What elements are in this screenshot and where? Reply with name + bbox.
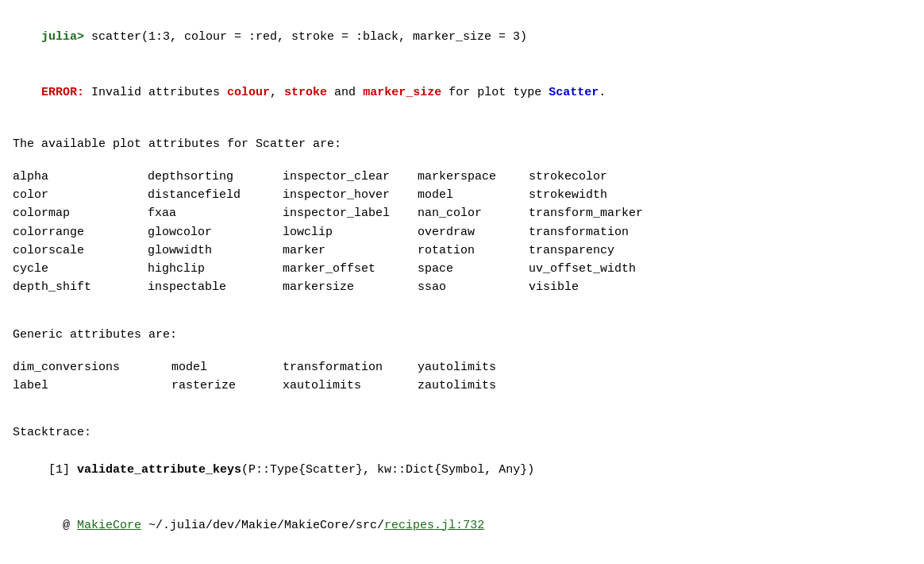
attr-markersize: markersize xyxy=(283,278,418,296)
scatter-attrs-row-6: depth_shift inspectable markersize ssao … xyxy=(13,278,911,296)
attr-colormap: colormap xyxy=(13,204,148,222)
attr-colorscale: colorscale xyxy=(13,241,148,260)
attr-glowwidth: glowwidth xyxy=(148,241,283,260)
attr-ssao: ssao xyxy=(418,278,529,296)
attr-inspector-label: inspector_label xyxy=(283,204,418,222)
stacktrace-entry2: [2] Scatter{…}(kw::Dict{…}, args::Vector… xyxy=(13,553,911,564)
attr-transparency: transparency xyxy=(529,241,687,260)
error-type: Scatter xyxy=(549,86,599,99)
generic-attr-zautolimits: zautolimits xyxy=(418,377,552,395)
stacktrace-at-text: @ xyxy=(41,519,77,532)
attr-nan-color: nan_color xyxy=(418,204,529,222)
julia-prompt: julia> xyxy=(41,30,84,44)
attr-glowcolor: glowcolor xyxy=(148,223,283,241)
generic-attrs-table: dim_conversions model transformation yau… xyxy=(13,358,911,396)
generic-attrs-row-0: dim_conversions model transformation yau… xyxy=(13,358,911,377)
prompt-command: scatter(1:3, colour = :red, stroke = :bl… xyxy=(84,30,527,44)
attr-distancefield: distancefield xyxy=(148,186,283,204)
generic-attrs-row-1: label rasterize xautolimits zautolimits xyxy=(13,377,911,395)
scatter-attrs-table: alpha depthsorting inspector_clear marke… xyxy=(13,168,911,297)
generic-attr-model: model xyxy=(171,358,283,377)
error-sep1: , xyxy=(270,86,284,99)
stacktrace-entry1-at: @ MakieCore ~/.julia/dev/Makie/MakieCore… xyxy=(13,497,911,553)
error-line: ERROR: Invalid attributes colour, stroke… xyxy=(13,65,911,121)
attr-fxaa: fxaa xyxy=(148,204,283,222)
scatter-attrs-row-0: alpha depthsorting inspector_clear marke… xyxy=(13,168,911,186)
generic-attr-yautolimits: yautolimits xyxy=(418,358,552,377)
attr-model: model xyxy=(418,186,529,204)
generic-attr-label: label xyxy=(13,377,171,395)
attr-inspectable: inspectable xyxy=(148,278,283,296)
generic-attr-transformation: transformation xyxy=(283,358,418,377)
attr-inspector-clear: inspector_clear xyxy=(283,168,418,186)
error-message-before: Invalid attributes xyxy=(84,86,227,99)
stacktrace-pkg: MakieCore xyxy=(77,519,141,532)
error-period: . xyxy=(599,86,606,99)
attr-color: color xyxy=(13,186,148,204)
terminal-output: julia> scatter(1:3, colour = :red, strok… xyxy=(13,10,911,564)
error-message-after: for plot type xyxy=(441,86,549,99)
attr-colorrange: colorrange xyxy=(13,223,148,241)
available-header: The available plot attributes for Scatte… xyxy=(13,135,911,153)
attr-highclip: highclip xyxy=(148,260,283,278)
error-attr3: marker_size xyxy=(363,86,441,99)
attr-rotation: rotation xyxy=(418,241,529,260)
stacktrace-entry1-args: (P::Type{Scatter}, kw::Dict{Symbol, Any}… xyxy=(241,463,534,477)
error-label: ERROR: xyxy=(41,86,84,99)
error-sep2: and xyxy=(327,86,363,99)
error-attr2: stroke xyxy=(284,86,327,99)
scatter-attrs-row-1: color distancefield inspector_hover mode… xyxy=(13,186,911,204)
attr-lowclip: lowclip xyxy=(283,223,418,241)
attr-strokecolor: strokecolor xyxy=(529,168,687,186)
generic-attr-xautolimits: xautolimits xyxy=(283,377,418,395)
attr-uv-offset-width: uv_offset_width xyxy=(529,260,687,278)
attr-overdraw: overdraw xyxy=(418,223,529,241)
generic-attr-rasterize: rasterize xyxy=(171,377,283,395)
scatter-attrs-row-2: colormap fxaa inspector_label nan_color … xyxy=(13,204,911,222)
attr-transformation: transformation xyxy=(529,223,687,241)
attr-depth-shift: depth_shift xyxy=(13,278,148,296)
stacktrace-label: Stacktrace: xyxy=(13,423,911,442)
attr-transform-marker: transform_marker xyxy=(529,204,687,222)
generic-header: Generic attributes are: xyxy=(13,326,911,344)
attr-inspector-hover: inspector_hover xyxy=(283,186,418,204)
attr-markerspace: markerspace xyxy=(418,168,529,186)
attr-strokewidth: strokewidth xyxy=(529,186,687,204)
attr-marker: marker xyxy=(283,241,418,260)
attr-marker-offset: marker_offset xyxy=(283,260,418,278)
stacktrace-entry1: [1] validate_attribute_keys(P::Type{Scat… xyxy=(13,442,911,498)
scatter-attrs-row-4: colorscale glowwidth marker rotation tra… xyxy=(13,241,911,260)
scatter-attrs-row-3: colorrange glowcolor lowclip overdraw tr… xyxy=(13,223,911,241)
attr-space: space xyxy=(418,260,529,278)
attr-alpha: alpha xyxy=(13,168,148,186)
scatter-attrs-row-5: cycle highclip marker_offset space uv_of… xyxy=(13,260,911,278)
stacktrace-entry1-func: validate_attribute_keys xyxy=(77,463,241,477)
attr-depthsorting: depthsorting xyxy=(148,168,283,186)
attr-visible: visible xyxy=(529,278,687,296)
attr-cycle: cycle xyxy=(13,260,148,278)
stacktrace-file: recipes.jl:732 xyxy=(384,519,484,532)
error-attr1: colour xyxy=(227,86,270,99)
prompt-line: julia> scatter(1:3, colour = :red, strok… xyxy=(13,10,911,65)
stacktrace-path: ~/.julia/dev/Makie/MakieCore/src/ xyxy=(141,519,384,532)
generic-attr-dim-conversions: dim_conversions xyxy=(13,358,171,377)
stacktrace-entry1-num: [1] xyxy=(41,463,77,477)
